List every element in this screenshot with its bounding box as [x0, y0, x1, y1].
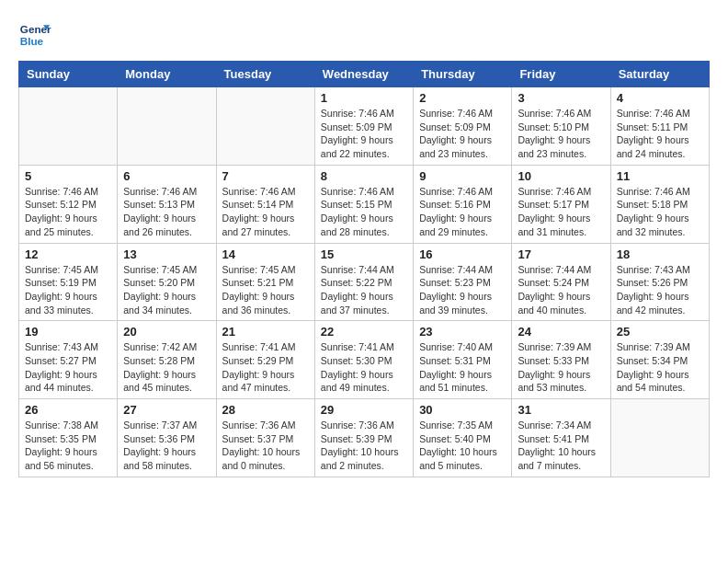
weekday-header-tuesday: Tuesday [216, 62, 314, 87]
calendar-cell: 29Sunrise: 7:36 AM Sunset: 5:39 PM Dayli… [314, 399, 413, 477]
calendar-cell: 18Sunrise: 7:43 AM Sunset: 5:26 PM Dayli… [610, 243, 709, 321]
day-info: Sunrise: 7:46 AM Sunset: 5:09 PM Dayligh… [419, 107, 506, 161]
calendar-cell: 31Sunrise: 7:34 AM Sunset: 5:41 PM Dayli… [512, 399, 610, 477]
day-number: 12 [25, 247, 111, 261]
day-number: 7 [222, 169, 309, 183]
day-number: 15 [321, 247, 407, 261]
weekday-header-row: SundayMondayTuesdayWednesdayThursdayFrid… [19, 62, 710, 87]
day-info: Sunrise: 7:43 AM Sunset: 5:27 PM Dayligh… [25, 340, 111, 395]
day-number: 11 [617, 169, 703, 183]
calendar-cell: 9Sunrise: 7:46 AM Sunset: 5:16 PM Daylig… [414, 165, 512, 243]
week-row-4: 19Sunrise: 7:43 AM Sunset: 5:27 PM Dayli… [19, 321, 710, 399]
logo: General Blue [18, 18, 51, 52]
day-number: 16 [419, 247, 506, 261]
weekday-header-thursday: Thursday [414, 62, 512, 87]
weekday-header-wednesday: Wednesday [314, 62, 413, 87]
calendar-cell: 15Sunrise: 7:44 AM Sunset: 5:22 PM Dayli… [314, 243, 413, 321]
calendar-cell: 14Sunrise: 7:45 AM Sunset: 5:21 PM Dayli… [216, 243, 314, 321]
calendar-cell: 23Sunrise: 7:40 AM Sunset: 5:31 PM Dayli… [414, 321, 512, 399]
day-number: 22 [321, 325, 407, 339]
calendar-cell: 26Sunrise: 7:38 AM Sunset: 5:35 PM Dayli… [19, 399, 118, 477]
day-info: Sunrise: 7:44 AM Sunset: 5:24 PM Dayligh… [518, 263, 604, 317]
day-number: 3 [518, 91, 604, 105]
day-number: 8 [321, 169, 407, 183]
day-info: Sunrise: 7:46 AM Sunset: 5:09 PM Dayligh… [321, 107, 407, 161]
calendar-cell: 24Sunrise: 7:39 AM Sunset: 5:33 PM Dayli… [512, 321, 610, 399]
day-number: 4 [617, 91, 703, 105]
day-number: 2 [419, 91, 506, 105]
week-row-5: 26Sunrise: 7:38 AM Sunset: 5:35 PM Dayli… [19, 399, 710, 477]
calendar-cell: 4Sunrise: 7:46 AM Sunset: 5:11 PM Daylig… [610, 87, 709, 166]
day-number: 23 [419, 325, 506, 339]
day-info: Sunrise: 7:46 AM Sunset: 5:18 PM Dayligh… [617, 185, 703, 239]
day-info: Sunrise: 7:38 AM Sunset: 5:35 PM Dayligh… [25, 419, 111, 473]
day-number: 9 [419, 169, 506, 183]
day-info: Sunrise: 7:39 AM Sunset: 5:33 PM Dayligh… [518, 340, 604, 395]
day-info: Sunrise: 7:37 AM Sunset: 5:36 PM Dayligh… [123, 419, 210, 473]
day-info: Sunrise: 7:46 AM Sunset: 5:12 PM Dayligh… [25, 185, 111, 239]
calendar-cell [610, 399, 709, 477]
weekday-header-sunday: Sunday [19, 62, 118, 87]
day-number: 17 [518, 247, 604, 261]
calendar-cell: 19Sunrise: 7:43 AM Sunset: 5:27 PM Dayli… [19, 321, 118, 399]
calendar-cell: 3Sunrise: 7:46 AM Sunset: 5:10 PM Daylig… [512, 87, 610, 166]
day-number: 13 [123, 247, 210, 261]
calendar-cell: 20Sunrise: 7:42 AM Sunset: 5:28 PM Dayli… [118, 321, 216, 399]
day-info: Sunrise: 7:39 AM Sunset: 5:34 PM Dayligh… [617, 340, 703, 395]
day-info: Sunrise: 7:36 AM Sunset: 5:37 PM Dayligh… [222, 419, 309, 473]
weekday-header-friday: Friday [512, 62, 610, 87]
page-header: General Blue [18, 18, 710, 52]
day-number: 6 [123, 169, 210, 183]
logo-icon: General Blue [18, 18, 51, 52]
day-number: 31 [518, 403, 604, 417]
day-number: 5 [25, 169, 111, 183]
day-number: 19 [25, 325, 111, 339]
calendar-cell: 30Sunrise: 7:35 AM Sunset: 5:40 PM Dayli… [414, 399, 512, 477]
calendar-cell: 2Sunrise: 7:46 AM Sunset: 5:09 PM Daylig… [414, 87, 512, 166]
calendar-cell: 17Sunrise: 7:44 AM Sunset: 5:24 PM Dayli… [512, 243, 610, 321]
day-number: 18 [617, 247, 703, 261]
day-number: 24 [518, 325, 604, 339]
calendar-cell: 22Sunrise: 7:41 AM Sunset: 5:30 PM Dayli… [314, 321, 413, 399]
day-number: 29 [321, 403, 407, 417]
weekday-header-saturday: Saturday [610, 62, 709, 87]
calendar-cell: 5Sunrise: 7:46 AM Sunset: 5:12 PM Daylig… [19, 165, 118, 243]
day-info: Sunrise: 7:44 AM Sunset: 5:23 PM Dayligh… [419, 263, 506, 317]
calendar-cell: 11Sunrise: 7:46 AM Sunset: 5:18 PM Dayli… [610, 165, 709, 243]
day-number: 21 [222, 325, 309, 339]
day-info: Sunrise: 7:43 AM Sunset: 5:26 PM Dayligh… [617, 263, 703, 317]
day-number: 30 [419, 403, 506, 417]
calendar-cell: 10Sunrise: 7:46 AM Sunset: 5:17 PM Dayli… [512, 165, 610, 243]
day-info: Sunrise: 7:45 AM Sunset: 5:21 PM Dayligh… [222, 263, 309, 317]
calendar-cell: 27Sunrise: 7:37 AM Sunset: 5:36 PM Dayli… [118, 399, 216, 477]
calendar-cell [216, 87, 314, 166]
day-info: Sunrise: 7:36 AM Sunset: 5:39 PM Dayligh… [321, 419, 407, 473]
day-info: Sunrise: 7:46 AM Sunset: 5:17 PM Dayligh… [518, 185, 604, 239]
calendar-cell: 28Sunrise: 7:36 AM Sunset: 5:37 PM Dayli… [216, 399, 314, 477]
calendar: SundayMondayTuesdayWednesdayThursdayFrid… [18, 61, 710, 477]
day-info: Sunrise: 7:45 AM Sunset: 5:19 PM Dayligh… [25, 263, 111, 317]
day-info: Sunrise: 7:45 AM Sunset: 5:20 PM Dayligh… [123, 263, 210, 317]
day-number: 1 [321, 91, 407, 105]
week-row-3: 12Sunrise: 7:45 AM Sunset: 5:19 PM Dayli… [19, 243, 710, 321]
day-number: 25 [617, 325, 703, 339]
svg-text:Blue: Blue [20, 35, 44, 47]
day-number: 27 [123, 403, 210, 417]
week-row-2: 5Sunrise: 7:46 AM Sunset: 5:12 PM Daylig… [19, 165, 710, 243]
day-info: Sunrise: 7:44 AM Sunset: 5:22 PM Dayligh… [321, 263, 407, 317]
day-info: Sunrise: 7:40 AM Sunset: 5:31 PM Dayligh… [419, 340, 506, 395]
calendar-cell: 1Sunrise: 7:46 AM Sunset: 5:09 PM Daylig… [314, 87, 413, 166]
calendar-cell: 21Sunrise: 7:41 AM Sunset: 5:29 PM Dayli… [216, 321, 314, 399]
day-info: Sunrise: 7:35 AM Sunset: 5:40 PM Dayligh… [419, 419, 506, 473]
week-row-1: 1Sunrise: 7:46 AM Sunset: 5:09 PM Daylig… [19, 87, 710, 166]
day-info: Sunrise: 7:46 AM Sunset: 5:11 PM Dayligh… [617, 107, 703, 161]
calendar-cell [19, 87, 118, 166]
calendar-cell: 7Sunrise: 7:46 AM Sunset: 5:14 PM Daylig… [216, 165, 314, 243]
day-number: 28 [222, 403, 309, 417]
day-info: Sunrise: 7:46 AM Sunset: 5:10 PM Dayligh… [518, 107, 604, 161]
day-number: 14 [222, 247, 309, 261]
day-info: Sunrise: 7:41 AM Sunset: 5:30 PM Dayligh… [321, 340, 407, 395]
calendar-cell: 16Sunrise: 7:44 AM Sunset: 5:23 PM Dayli… [414, 243, 512, 321]
calendar-cell [118, 87, 216, 166]
weekday-header-monday: Monday [118, 62, 216, 87]
